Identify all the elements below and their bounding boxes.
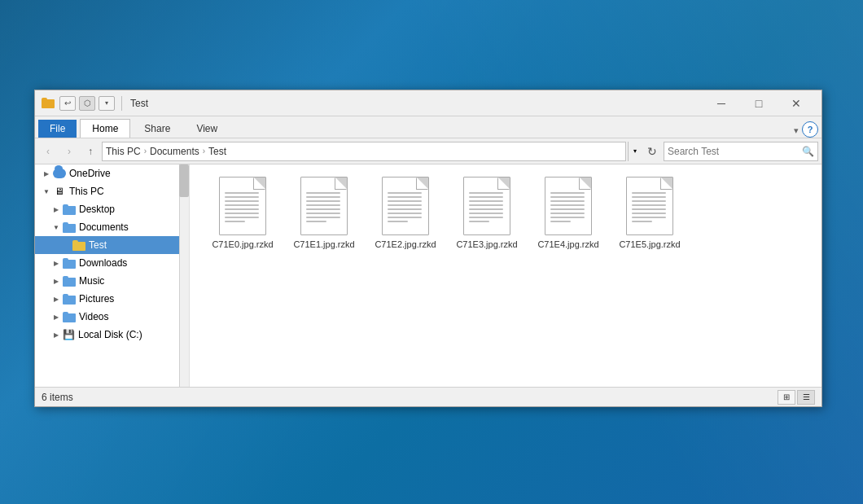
breadcrumb-documents[interactable]: Documents bbox=[150, 146, 199, 157]
sidebar-scrollbar-thumb bbox=[179, 164, 189, 197]
help-button[interactable]: ? bbox=[802, 121, 818, 138]
title-bar-folder-icon bbox=[42, 98, 55, 109]
onedrive-expand-arrow: ▶ bbox=[42, 169, 51, 178]
music-expand-arrow: ▶ bbox=[51, 276, 61, 286]
this-pc-expand-arrow: ▼ bbox=[42, 186, 51, 196]
title-separator bbox=[121, 96, 122, 111]
file-label-f2: C71E2.jpg.rzkd bbox=[375, 239, 436, 250]
sidebar-item-desktop[interactable]: ▶ Desktop bbox=[35, 200, 189, 218]
status-bar: 6 items ⊞ ☰ bbox=[35, 387, 821, 406]
test-folder-icon bbox=[72, 240, 85, 251]
back-button[interactable]: ‹ bbox=[38, 142, 58, 161]
address-bar[interactable]: This PC › Documents › Test bbox=[102, 142, 626, 161]
file-label-f3: C71E3.jpg.rzkd bbox=[456, 239, 517, 250]
file-item-f0[interactable]: C71E0.jpg.rzkd bbox=[206, 173, 279, 254]
file-doc-icon-f1 bbox=[300, 177, 348, 235]
sidebar-item-onedrive[interactable]: ▶ OneDrive bbox=[35, 164, 189, 182]
address-bar-row: ‹ › ↑ This PC › Documents › Test ▾ ↻ 🔍 bbox=[35, 138, 821, 164]
breadcrumb-this-pc[interactable]: This PC bbox=[106, 146, 141, 157]
local-disk-icon: 💾 bbox=[63, 329, 75, 340]
file-label-f4: C71E4.jpg.rzkd bbox=[537, 239, 598, 250]
sidebar-item-videos[interactable]: ▶ Videos bbox=[35, 308, 189, 326]
close-button[interactable]: ✕ bbox=[778, 90, 815, 116]
file-label-f1: C71E1.jpg.rzkd bbox=[293, 239, 354, 250]
documents-icon bbox=[63, 222, 76, 233]
sidebar-item-pictures[interactable]: ▶ Pictures bbox=[35, 290, 189, 308]
view-list-button[interactable]: ☰ bbox=[797, 390, 815, 405]
file-item-f3[interactable]: C71E3.jpg.rzkd bbox=[450, 173, 523, 254]
tab-share[interactable]: Share bbox=[132, 119, 182, 138]
quick-access-down[interactable]: ▾ bbox=[99, 96, 115, 111]
title-bar: ↩ ⬡ ▾ Test ─ □ ✕ bbox=[35, 90, 821, 116]
documents-label: Documents bbox=[79, 221, 129, 233]
breadcrumb-sep-2: › bbox=[203, 147, 205, 156]
onedrive-label: OneDrive bbox=[69, 168, 111, 179]
desktop-icon bbox=[63, 204, 76, 215]
forward-button[interactable]: › bbox=[59, 142, 79, 161]
test-label: Test bbox=[89, 239, 107, 251]
file-area: C71E0.jpg.rzkdC71E1.jpg.rzkdC71E2.jpg.rz… bbox=[190, 164, 821, 387]
search-icon[interactable]: 🔍 bbox=[802, 146, 814, 157]
main-content: ▶ OneDrive ▼ 🖥 This PC ▶ Desktop ▼ bbox=[35, 164, 821, 387]
ribbon-collapse[interactable]: ▾ bbox=[791, 124, 802, 138]
tab-view[interactable]: View bbox=[184, 119, 230, 138]
pictures-expand-arrow: ▶ bbox=[51, 294, 61, 304]
sidebar-item-this-pc[interactable]: ▼ 🖥 This PC bbox=[35, 182, 189, 200]
file-item-f5[interactable]: C71E5.jpg.rzkd bbox=[613, 173, 686, 254]
file-item-f1[interactable]: C71E1.jpg.rzkd bbox=[287, 173, 361, 254]
tab-file[interactable]: File bbox=[38, 120, 77, 138]
sidebar-item-documents[interactable]: ▼ Documents bbox=[35, 218, 189, 236]
quick-access-properties[interactable]: ⬡ bbox=[79, 96, 95, 111]
file-label-f0: C71E0.jpg.rzkd bbox=[212, 239, 273, 250]
downloads-expand-arrow: ▶ bbox=[51, 258, 61, 268]
tab-home[interactable]: Home bbox=[80, 119, 130, 138]
file-item-f2[interactable]: C71E2.jpg.rzkd bbox=[369, 173, 442, 254]
videos-expand-arrow: ▶ bbox=[51, 312, 61, 322]
this-pc-label: This PC bbox=[69, 186, 104, 197]
ribbon-tabs: File Home Share View ▾ ? bbox=[35, 116, 821, 138]
pictures-icon bbox=[63, 294, 76, 305]
downloads-icon bbox=[63, 258, 76, 269]
maximize-button[interactable]: □ bbox=[740, 90, 778, 116]
pictures-label: Pictures bbox=[79, 293, 114, 305]
local-disk-expand-arrow: ▶ bbox=[51, 330, 61, 340]
refresh-button[interactable]: ↻ bbox=[642, 142, 662, 161]
minimize-button[interactable]: ─ bbox=[703, 90, 740, 116]
file-doc-icon-f5 bbox=[626, 177, 673, 235]
file-doc-icon-f3 bbox=[463, 177, 510, 235]
this-pc-icon: 🖥 bbox=[53, 186, 66, 197]
view-grid-button[interactable]: ⊞ bbox=[778, 390, 795, 405]
downloads-label: Downloads bbox=[79, 257, 127, 269]
ribbon: File Home Share View ▾ ? bbox=[35, 116, 821, 138]
breadcrumb-sep-1: › bbox=[144, 147, 147, 156]
file-doc-icon-f4 bbox=[545, 177, 592, 235]
breadcrumb: This PC › Documents › Test bbox=[106, 146, 226, 157]
documents-expand-arrow: ▼ bbox=[51, 222, 61, 232]
breadcrumb-test[interactable]: Test bbox=[208, 146, 226, 157]
search-input[interactable] bbox=[668, 146, 802, 157]
sidebar-item-local-disk[interactable]: ▶ 💾 Local Disk (C:) bbox=[35, 326, 189, 344]
onedrive-icon bbox=[53, 169, 66, 178]
sidebar-item-downloads[interactable]: ▶ Downloads bbox=[35, 254, 189, 272]
search-box[interactable]: 🔍 bbox=[664, 142, 818, 161]
file-doc-icon-f2 bbox=[382, 177, 429, 235]
file-item-f4[interactable]: C71E4.jpg.rzkd bbox=[532, 173, 605, 254]
up-button[interactable]: ↑ bbox=[81, 142, 100, 161]
file-doc-icon-f0 bbox=[219, 177, 266, 235]
items-count: 6 items bbox=[42, 392, 73, 403]
test-expand-arrow bbox=[61, 240, 71, 250]
videos-icon bbox=[63, 312, 76, 322]
local-disk-label: Local Disk (C:) bbox=[78, 329, 142, 340]
sidebar-scrollbar[interactable] bbox=[179, 164, 189, 387]
window-title: Test bbox=[130, 98, 703, 109]
quick-access-undo[interactable]: ↩ bbox=[59, 96, 76, 111]
file-label-f5: C71E5.jpg.rzkd bbox=[619, 239, 680, 250]
address-dropdown[interactable]: ▾ bbox=[628, 142, 641, 161]
view-buttons: ⊞ ☰ bbox=[778, 390, 815, 405]
desktop-label: Desktop bbox=[79, 204, 115, 215]
sidebar-item-music[interactable]: ▶ Music bbox=[35, 272, 189, 290]
videos-label: Videos bbox=[79, 311, 108, 322]
sidebar-item-test[interactable]: Test bbox=[35, 236, 189, 254]
sidebar: ▶ OneDrive ▼ 🖥 This PC ▶ Desktop ▼ bbox=[35, 164, 190, 387]
file-explorer-window: ↩ ⬡ ▾ Test ─ □ ✕ File Home Share View ▾ … bbox=[34, 90, 822, 407]
